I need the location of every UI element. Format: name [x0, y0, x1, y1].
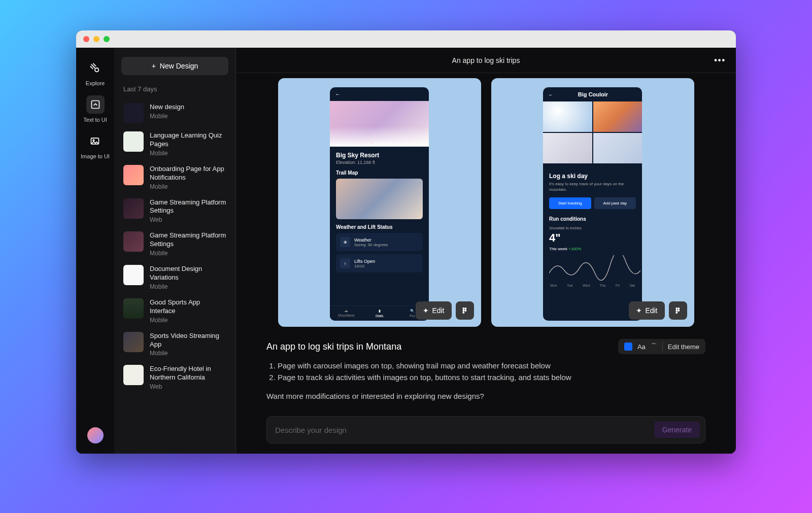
history-title: Language Learning Quiz Pages — [150, 131, 226, 149]
sidebar-section-label: Last 7 days — [123, 85, 228, 93]
phone2-title: Big Couloir — [549, 91, 637, 97]
canvas: ← Big Sky Resort Elevation: 11,166 ft T — [236, 73, 736, 406]
new-design-label: New Design — [160, 62, 198, 70]
window-maximize-button[interactable] — [104, 36, 110, 42]
history-item[interactable]: Language Learning Quiz PagesMobile — [121, 127, 228, 161]
sun-icon: ☀ — [340, 237, 350, 247]
history-item[interactable]: Game Streaming Platform SettingsWeb — [121, 194, 228, 228]
corner-radius-icon: ⌒ — [651, 342, 657, 351]
divider — [662, 342, 663, 351]
edit-button-2[interactable]: ✦ Edit — [629, 301, 664, 320]
more-menu-button[interactable]: ••• — [714, 56, 726, 65]
main-panel: An app to log ski trips ••• ← — [236, 48, 736, 454]
rail-text-to-ui[interactable]: Text to UI — [83, 95, 107, 123]
rail-image-to-ui[interactable]: Image to UI — [81, 132, 110, 159]
history-title: Onboarding Page for App Notifications — [150, 165, 226, 182]
day-labels: MonTueWedThuFriSat — [549, 284, 636, 287]
prompt-input[interactable] — [275, 426, 654, 434]
figma-icon — [461, 306, 469, 315]
history-sub: Mobile — [150, 183, 226, 190]
history-item[interactable]: Sports Video Streaming AppMobile — [121, 328, 228, 361]
history-item[interactable]: Game Streaming Platform SettingsMobile — [121, 227, 228, 261]
figma-export-button-1[interactable] — [456, 301, 474, 320]
preview-card-1: ← Big Sky Resort Elevation: 11,166 ft T — [278, 78, 481, 327]
history-thumb — [123, 131, 144, 152]
history-title: Game Streaming Platform Settings — [150, 198, 226, 216]
figma-export-button-2[interactable] — [669, 301, 687, 320]
svg-point-15 — [678, 310, 680, 312]
history-thumb — [123, 332, 144, 352]
edit-button-1[interactable]: ✦ Edit — [416, 301, 451, 320]
snowfall-value: 4" — [549, 231, 636, 245]
result-title: An app to log ski trips in Montana — [266, 341, 401, 352]
plus-icon: + — [152, 62, 156, 70]
svg-point-11 — [462, 312, 464, 314]
history-item[interactable]: Document Design VariationsMobile — [121, 261, 228, 294]
svg-point-10 — [464, 310, 466, 312]
page-title: An app to log ski trips — [452, 56, 520, 64]
rail-explore[interactable]: Explore — [86, 59, 105, 86]
resort-elevation: Elevation: 11,166 ft — [336, 160, 423, 165]
new-design-button[interactable]: + New Design — [121, 57, 228, 75]
figma-icon — [674, 306, 682, 315]
log-heading: Log a ski day — [549, 173, 636, 180]
shooting-star-icon — [86, 59, 104, 77]
wand-icon: ✦ — [423, 306, 429, 315]
avatar[interactable] — [87, 427, 104, 443]
svg-point-12 — [675, 307, 678, 310]
photo-grid — [543, 101, 642, 167]
image-icon — [86, 132, 104, 150]
generate-button[interactable]: Generate — [654, 422, 700, 438]
theme-chip[interactable]: Aa ⌒ Edit theme — [618, 339, 705, 354]
trail-map-image — [336, 179, 423, 219]
svg-point-14 — [675, 310, 678, 312]
history-thumb — [123, 103, 144, 123]
lifts-sub: 10/10 — [354, 264, 375, 268]
window-titlebar — [76, 30, 736, 48]
history-thumb — [123, 265, 144, 285]
hero-image — [330, 101, 429, 147]
svg-point-7 — [462, 307, 464, 310]
app-window: Explore Text to UI Image to UI + New Des… — [76, 30, 736, 454]
mountain-icon: ⛰ — [345, 309, 348, 313]
history-item[interactable]: New designMobile — [121, 99, 228, 127]
photo-cell — [593, 101, 642, 132]
carousel-dots — [330, 142, 429, 144]
history-sub: Mobile — [150, 350, 226, 357]
window-close-button[interactable] — [83, 36, 89, 42]
svg-point-9 — [462, 310, 464, 312]
history-sub: Mobile — [150, 150, 226, 157]
prompt-input-bar: Generate — [266, 416, 705, 443]
phone-mockup-1: ← Big Sky Resort Elevation: 11,166 ft T — [330, 87, 429, 321]
window-minimize-button[interactable] — [93, 36, 99, 42]
edit-label: Edit — [645, 306, 657, 315]
arrow-up-icon: ↑ — [340, 258, 350, 268]
photo-cell — [543, 101, 592, 132]
history-sub: Mobile — [150, 250, 226, 257]
history-sub: Mobile — [150, 113, 184, 120]
rail-explore-label: Explore — [86, 80, 105, 86]
history-thumb — [123, 298, 144, 319]
lifts-title: Lifts Open — [354, 259, 375, 264]
left-rail: Explore Text to UI Image to UI — [76, 48, 114, 454]
history-title: Document Design Variations — [150, 265, 226, 282]
history-sub: Web — [150, 216, 226, 223]
sidebar: + New Design Last 7 days New designMobil… — [114, 48, 236, 454]
history-sub: Mobile — [150, 317, 226, 324]
conditions-label: Run conditions — [549, 216, 636, 222]
history-item[interactable]: Good Sports App InterfaceMobile — [121, 294, 228, 328]
wand-icon: ✦ — [636, 306, 642, 315]
search-icon: 🔍 — [410, 309, 415, 313]
add-past-day-button: Add past day — [594, 197, 636, 209]
back-arrow-icon: ← — [335, 91, 340, 97]
svg-line-2 — [90, 66, 93, 69]
svg-rect-4 — [91, 101, 99, 109]
history-item[interactable]: Eco-Friendly Hotel in Northern Californi… — [121, 361, 228, 394]
edit-square-icon — [86, 95, 105, 114]
svg-line-3 — [93, 63, 96, 66]
result-list: Page with carousel images on top, showin… — [266, 361, 705, 382]
history-item[interactable]: Onboarding Page for App NotificationsMob… — [121, 161, 228, 194]
history-title: Good Sports App Interface — [150, 298, 226, 316]
resort-title: Big Sky Resort — [336, 152, 423, 159]
lifts-row: ↑ Lifts Open10/10 — [336, 254, 423, 272]
